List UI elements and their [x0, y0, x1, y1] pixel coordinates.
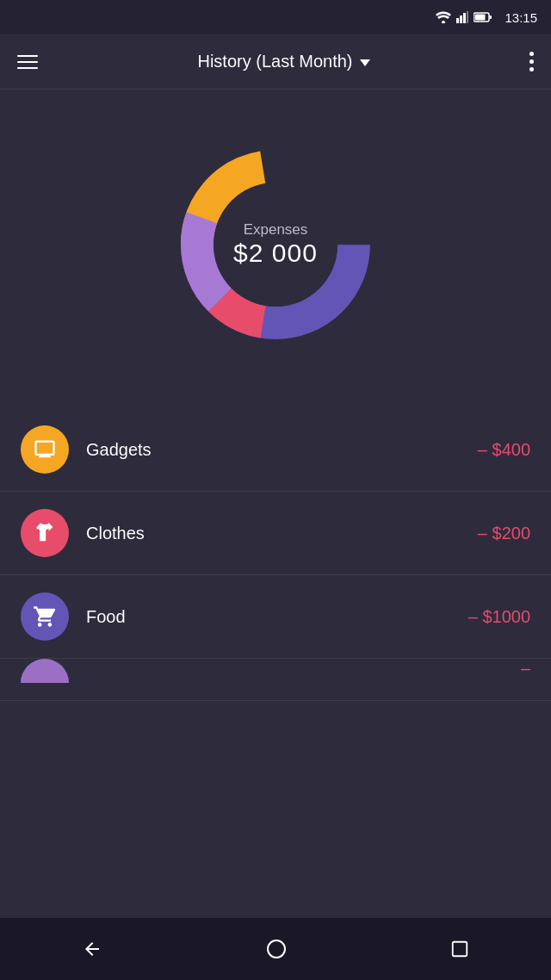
recents-icon: [450, 940, 469, 958]
cart-icon: [33, 605, 57, 629]
back-icon: [82, 939, 102, 959]
expense-item-clothes[interactable]: Clothes – $200: [0, 492, 551, 575]
donut-chart: Expenses $2 000: [155, 124, 396, 365]
monitor-icon: [33, 437, 57, 462]
svg-rect-1: [456, 18, 459, 23]
shirt-icon: [33, 521, 57, 545]
dropdown-arrow-icon: [360, 59, 370, 66]
svg-point-14: [268, 940, 285, 958]
donut-center: Expenses $2 000: [233, 221, 318, 268]
expense-item-partial[interactable]: –: [0, 659, 551, 701]
svg-rect-4: [467, 11, 468, 23]
donut-label: Expenses: [233, 221, 318, 239]
page-title[interactable]: History (Last Month): [197, 52, 369, 71]
svg-point-0: [442, 21, 445, 23]
gadgets-amount: – $400: [478, 440, 530, 460]
partial-amount: –: [521, 659, 530, 679]
menu-button[interactable]: [17, 55, 38, 69]
home-button[interactable]: [266, 939, 287, 959]
gadgets-label: Gadgets: [86, 440, 478, 460]
clothes-amount: – $200: [478, 524, 530, 543]
gadgets-icon-bg: [21, 425, 69, 474]
expense-item-food[interactable]: Food – $1000: [0, 575, 551, 659]
donut-amount: $2 000: [233, 239, 318, 268]
food-label: Food: [86, 607, 468, 627]
svg-rect-7: [475, 15, 486, 21]
expense-list: Gadgets – $400 Clothes – $200 Food – $10…: [0, 408, 551, 701]
page-title-text: History (Last Month): [197, 52, 352, 71]
svg-rect-15: [453, 942, 467, 957]
bottom-nav: [0, 918, 551, 980]
expense-item-gadgets[interactable]: Gadgets – $400: [0, 408, 551, 492]
partial-icon-bg: [21, 659, 69, 683]
food-icon-bg: [21, 592, 69, 641]
battery-icon: [474, 12, 492, 22]
status-bar: 13:15: [0, 0, 551, 34]
recents-button[interactable]: [450, 940, 469, 958]
home-icon: [266, 939, 287, 959]
clothes-icon-bg: [21, 509, 69, 557]
food-amount: – $1000: [468, 607, 530, 627]
top-bar: History (Last Month): [0, 34, 551, 90]
status-icons: 13:15: [436, 10, 537, 25]
chart-area: Expenses $2 000: [0, 90, 551, 408]
svg-rect-3: [463, 13, 466, 23]
svg-rect-2: [460, 16, 462, 23]
back-button[interactable]: [82, 939, 102, 959]
more-button[interactable]: [529, 52, 534, 71]
wifi-icon: [436, 11, 451, 23]
status-time: 13:15: [505, 10, 537, 25]
svg-rect-6: [490, 16, 492, 19]
clothes-label: Clothes: [86, 524, 478, 543]
signal-icon: [456, 11, 468, 23]
